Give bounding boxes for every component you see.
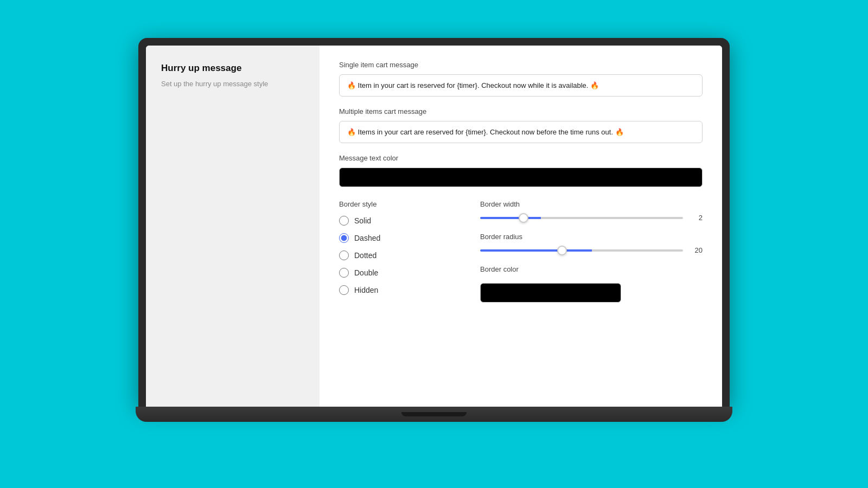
border-controls: Border style Solid Dashed [339, 200, 703, 303]
laptop-notch [401, 412, 467, 416]
radio-hidden-label: Hidden [354, 286, 378, 294]
border-color-row: Border color [480, 265, 703, 303]
border-right-col: Border width 2 Border radius [480, 200, 703, 303]
screen-content: Hurry up message Set up the hurry up mes… [146, 46, 722, 407]
slider-group: Border width 2 Border radius [480, 200, 703, 303]
radio-item-dashed[interactable]: Dashed [339, 233, 448, 243]
radio-double[interactable] [339, 268, 349, 278]
radio-hidden[interactable] [339, 285, 349, 295]
border-color-label: Border color [480, 265, 703, 273]
single-item-input[interactable] [339, 74, 703, 97]
laptop-wrapper: Hurry up message Set up the hurry up mes… [136, 38, 732, 450]
border-style-radio-group: Solid Dashed Dotted [339, 216, 448, 295]
message-text-color-swatch[interactable] [339, 168, 703, 187]
radio-solid-label: Solid [354, 216, 371, 225]
border-style-col: Border style Solid Dashed [339, 200, 448, 303]
single-item-label: Single item cart message [339, 61, 703, 69]
laptop-base [136, 407, 732, 422]
laptop-screen: Hurry up message Set up the hurry up mes… [138, 38, 730, 407]
message-text-color-label: Message text color [339, 154, 703, 162]
main-content: Single item cart message Multiple items … [320, 46, 722, 407]
radio-dashed-label: Dashed [354, 234, 380, 242]
border-radius-slider[interactable] [480, 249, 683, 252]
radio-item-solid[interactable]: Solid [339, 216, 448, 226]
border-width-value: 2 [690, 214, 703, 222]
border-style-label: Border style [339, 200, 448, 208]
radio-solid[interactable] [339, 216, 349, 226]
sidebar: Hurry up message Set up the hurry up mes… [146, 46, 320, 407]
radio-double-label: Double [354, 268, 378, 277]
radio-dotted[interactable] [339, 251, 349, 260]
border-width-control: 2 [480, 214, 703, 222]
border-width-slider[interactable] [480, 217, 683, 219]
radio-item-hidden[interactable]: Hidden [339, 285, 448, 295]
border-width-row: Border width 2 [480, 200, 703, 222]
sidebar-description: Set up the hurry up message style [161, 79, 304, 89]
radio-dashed[interactable] [339, 233, 349, 243]
border-radius-row: Border radius 20 [480, 233, 703, 254]
radio-item-double[interactable]: Double [339, 268, 448, 278]
sidebar-title: Hurry up message [161, 63, 304, 74]
border-radius-value: 20 [690, 246, 703, 254]
border-radius-label: Border radius [480, 233, 703, 241]
radio-dotted-label: Dotted [354, 251, 376, 260]
radio-item-dotted[interactable]: Dotted [339, 251, 448, 260]
multiple-items-label: Multiple items cart message [339, 107, 703, 115]
border-color-swatch[interactable] [480, 283, 621, 303]
border-radius-control: 20 [480, 246, 703, 254]
multiple-items-input[interactable] [339, 121, 703, 143]
border-width-label: Border width [480, 200, 703, 208]
